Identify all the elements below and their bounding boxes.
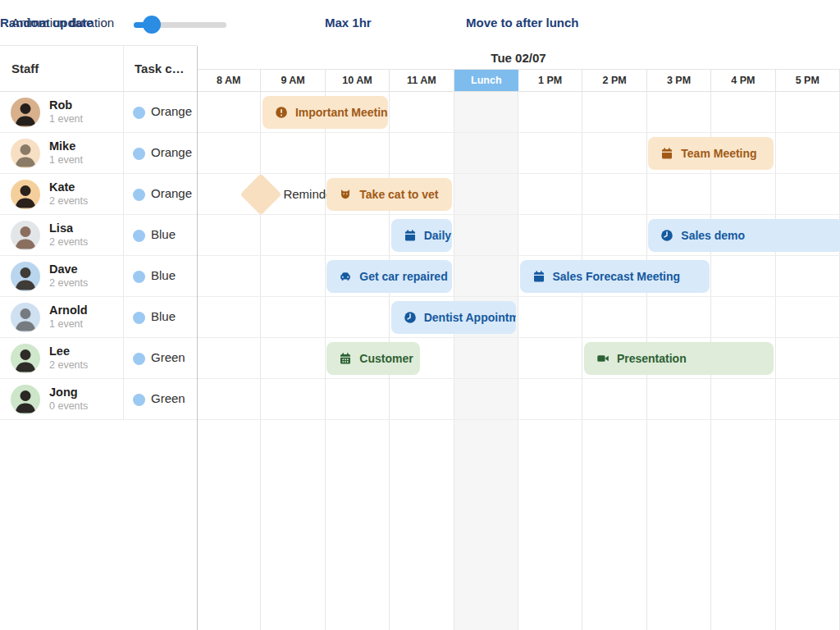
move-to-after-lunch-button[interactable]: Move to after lunch	[466, 16, 579, 30]
slider-handle[interactable]	[143, 16, 161, 34]
staff-event-count: 1 event	[49, 317, 83, 331]
staff-event-count: 2 events	[49, 194, 88, 208]
task-color-label: Blue	[151, 268, 176, 282]
header-bottom-divider	[0, 91, 840, 92]
panel-timeline-divider	[197, 46, 198, 630]
task-color-label: Orange	[151, 145, 192, 159]
max-1hr-button[interactable]: Max 1hr	[325, 16, 372, 30]
staff-event-count: 1 event	[49, 112, 83, 126]
event-label: Get car repaired	[359, 270, 447, 283]
time-header-5-pm: 5 PM	[776, 70, 840, 92]
date-header: Tue 02/07	[197, 45, 840, 70]
avatar	[11, 344, 40, 373]
panel-header-top-divider	[0, 45, 197, 46]
time-header-11-am: 11 AM	[390, 70, 454, 92]
avatar	[11, 385, 40, 414]
avatar	[11, 221, 40, 250]
event-label: Team Meeting	[681, 147, 756, 160]
event-dentist-appointment[interactable]: Dentist Appointment	[391, 301, 517, 334]
staff-name: Dave	[49, 262, 78, 276]
avatar	[11, 180, 40, 209]
event-daily[interactable]: Daily	[391, 219, 452, 252]
staff-row-kate[interactable]: Kate 2 events Orange	[0, 174, 197, 215]
task-color-dot	[133, 230, 145, 242]
avatar	[11, 98, 40, 127]
avatar	[11, 303, 40, 332]
event-customer[interactable]: Customer	[326, 342, 420, 375]
task-color-label: Orange	[151, 104, 192, 118]
event-sales-forecast-meeting[interactable]: Sales Forecast Meeting	[520, 260, 710, 293]
staff-row-lisa[interactable]: Lisa 2 events Blue	[0, 215, 197, 256]
staff-name: Rob	[49, 98, 72, 112]
event-label: Presentation	[617, 352, 687, 365]
task-color-label: Orange	[151, 186, 192, 200]
staff-row-lee[interactable]: Lee 2 events Green	[0, 338, 197, 379]
staff-name: Lisa	[49, 221, 73, 235]
task-color-label: Green	[151, 350, 185, 364]
time-header-lunch: Lunch	[454, 70, 518, 92]
video-icon	[596, 352, 609, 365]
staff-row-jong[interactable]: Jong 0 events Green	[0, 379, 197, 420]
staff-row-mike[interactable]: Mike 1 event Orange	[0, 133, 197, 174]
clock-icon	[660, 229, 673, 242]
avatar	[11, 262, 40, 291]
task-color-dot	[133, 189, 145, 201]
row-divider	[0, 419, 840, 420]
staff-column-header: Staff	[11, 45, 39, 92]
staff-row-rob[interactable]: Rob 1 event Orange	[0, 92, 197, 133]
event-team-meeting[interactable]: Team Meeting	[648, 137, 774, 170]
staff-name: Arnold	[49, 303, 88, 317]
task-color-label: Blue	[151, 309, 176, 323]
event-label: Sales demo	[681, 229, 745, 242]
warning-icon	[275, 106, 288, 119]
task-color-dot	[133, 394, 145, 406]
time-header-9-am: 9 AM	[261, 70, 325, 92]
event-label: Dentist Appointment	[424, 311, 517, 324]
time-header-4-pm: 4 PM	[711, 70, 775, 92]
random-update-button[interactable]: Random update	[0, 16, 93, 30]
event-label: Take cat to vet	[359, 188, 438, 201]
event-sales-demo[interactable]: Sales demo	[648, 219, 840, 252]
avatar	[11, 139, 40, 168]
event-label: Customer	[359, 352, 413, 365]
scheduler-app: Animation duration Max 1hr Move to after…	[0, 0, 840, 630]
staff-name: Lee	[49, 344, 70, 358]
event-get-car-repaired[interactable]: Get car repaired	[326, 260, 452, 293]
staff-row-dave[interactable]: Dave 2 events Blue	[0, 256, 197, 297]
toolbar: Animation duration Max 1hr Move to after…	[0, 0, 840, 46]
event-take-cat-to-vet[interactable]: Take cat to vet	[326, 178, 452, 211]
time-header-8-am: 8 AM	[197, 70, 261, 92]
staff-event-count: 0 events	[49, 399, 88, 413]
task-color-label: Green	[151, 391, 185, 405]
date-row-divider	[197, 69, 840, 70]
animation-duration-slider[interactable]	[134, 18, 226, 31]
staff-row-arnold[interactable]: Arnold 1 event Blue	[0, 297, 197, 338]
task-color-dot	[133, 353, 145, 365]
calendar-icon	[660, 147, 673, 160]
calendar-dots-icon	[339, 352, 352, 365]
staff-event-count: 1 event	[49, 153, 83, 167]
task-color-dot	[133, 107, 145, 119]
time-header-2-pm: 2 PM	[582, 70, 646, 92]
staff-event-count: 2 events	[49, 358, 88, 372]
cat-icon	[339, 188, 352, 201]
task-color-dot	[133, 312, 145, 324]
event-important-meeting[interactable]: Important Meeting	[262, 96, 388, 129]
staff-event-count: 2 events	[49, 276, 88, 290]
time-header-3-pm: 3 PM	[647, 70, 711, 92]
staff-name: Kate	[49, 180, 75, 194]
event-label: Important Meeting	[295, 106, 388, 119]
clock-icon	[404, 311, 417, 324]
event-label: Daily	[424, 229, 451, 242]
event-label: Sales Forecast Meeting	[553, 270, 681, 283]
calendar-icon	[532, 270, 546, 283]
staff-name: Jong	[49, 385, 78, 399]
task-color-dot	[133, 148, 145, 160]
task-color-label: Blue	[151, 227, 176, 241]
car-icon	[339, 270, 352, 283]
panel-column-divider	[123, 46, 124, 420]
time-header-10-am: 10 AM	[326, 70, 390, 92]
task-color-column-header: Task c…	[135, 45, 185, 92]
event-presentation[interactable]: Presentation	[584, 342, 774, 375]
time-header-1-pm: 1 PM	[518, 70, 582, 92]
